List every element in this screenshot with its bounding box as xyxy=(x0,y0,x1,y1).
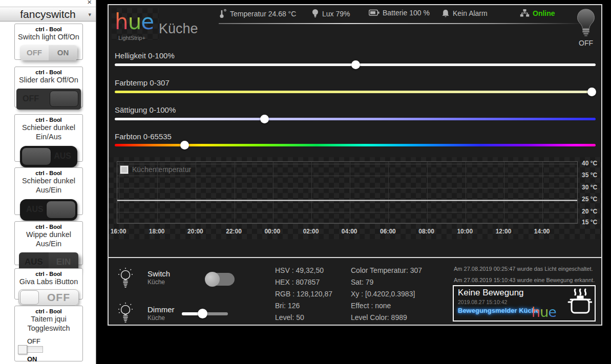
hue-logo-letter: e xyxy=(548,304,556,320)
status-label: Batterie 100 % xyxy=(383,9,430,17)
saturation-slider[interactable] xyxy=(115,118,596,120)
slider-handle[interactable] xyxy=(351,60,360,69)
status-alarm: Kein Alarm xyxy=(441,9,488,18)
widget-title: Switch light Off/On xyxy=(15,32,82,41)
toggle-slider[interactable] xyxy=(19,346,43,353)
x-axis-tick: 08:00 xyxy=(415,228,438,235)
value-bri: Bri: 126 xyxy=(275,302,332,310)
value-readout-right: Color Temperatur: 307 Sat: 79 Xy : [0.42… xyxy=(351,267,422,326)
switch-knob[interactable] xyxy=(50,91,78,107)
slider-label-hue: Farbton 0-65535 xyxy=(115,132,172,141)
hue-slider[interactable] xyxy=(115,144,596,146)
dark-slider-switch[interactable]: OFF xyxy=(16,89,81,110)
main-panel: hue LightStrip+ Küche Temperatur 24.68 °… xyxy=(108,4,602,326)
chart-plot: Küchentemperatur xyxy=(117,161,578,224)
y-axis-tick: 20 °C xyxy=(582,208,597,215)
value-hsv: HSV : 49,32,50 xyxy=(275,267,332,274)
control-switch-room: Küche xyxy=(148,279,165,286)
hue-logo-letter: e xyxy=(141,9,154,34)
motion-sensor-panel: Keine Bewegung 2019.08.27 15:10:42 Beweg… xyxy=(453,285,596,322)
widget-schieber-ein-aus: ctrl - Bool Schieber dunkel Ein/Aus AUS xyxy=(14,114,83,162)
power-bulb-icon[interactable] xyxy=(575,8,597,38)
widget-schieber-aus-ein: ctrl - Bool Schieber dunkel Aus/Ein AUS xyxy=(14,167,83,215)
header-divider xyxy=(219,23,584,24)
temperature-line xyxy=(117,162,577,223)
dimmer-slider[interactable] xyxy=(182,312,228,315)
log-entry: Am 27.08.2019 15:10:43 wurde eine Bewegu… xyxy=(454,277,595,283)
x-axis-tick: 12:00 xyxy=(492,228,515,235)
widget-title: Taitem jqui Toggleswitch xyxy=(15,314,82,333)
value-sat: Sat: 79 xyxy=(351,279,422,286)
widget-title: Slider dark Off/On xyxy=(15,75,82,84)
rocker-switch[interactable]: OFF ON xyxy=(20,45,77,60)
widget-wippe: ctrl - Bool Wippe dunkel Aus/Ein AUS EIN xyxy=(14,221,83,265)
hue-logo-letter: h xyxy=(532,304,540,320)
widget-type-label: ctrl - Bool xyxy=(15,69,82,75)
status-label: Temperatur 24.68 °C xyxy=(230,10,296,18)
brightness-slider[interactable] xyxy=(115,63,596,66)
dimmer-handle[interactable] xyxy=(198,309,207,318)
toggle-on-label: ON xyxy=(27,355,82,363)
widget-type-label: ctrl - Bool xyxy=(15,26,82,32)
slider-handle[interactable] xyxy=(180,141,189,149)
control-dimmer-room: Küche xyxy=(148,314,165,322)
value-rgb: RGB : 128,120,87 xyxy=(275,290,332,298)
widget-title: Giva Labs iButton xyxy=(15,277,82,286)
switch-knob[interactable] xyxy=(20,290,39,305)
hue-logo-letter: u xyxy=(540,304,548,320)
switch-aus-label: AUS xyxy=(26,205,44,214)
switch-knob[interactable] xyxy=(46,201,76,219)
status-label: Online xyxy=(533,9,555,17)
kitchen-switch-toggle[interactable] xyxy=(206,273,235,286)
toggle-handle[interactable] xyxy=(18,345,27,354)
ibutton-switch[interactable]: OFF xyxy=(18,289,79,306)
sidebar-header-dropdown[interactable]: fancyswitch ▾ xyxy=(0,7,96,22)
schieber-switch[interactable]: AUS xyxy=(20,146,77,167)
x-axis-tick: 22:00 xyxy=(223,228,245,235)
rocker-off-label[interactable]: OFF xyxy=(20,45,49,60)
status-battery: Batterie 100 % xyxy=(369,9,430,17)
x-axis-tick: 16:00 xyxy=(107,228,130,235)
widget-type-label: ctrl - Bool xyxy=(15,170,82,176)
hue-logo-letter: u xyxy=(128,9,141,34)
network-icon xyxy=(520,9,530,17)
log-entry: Am 27.08.2019 00:25:47 wurde das Licht e… xyxy=(454,266,593,272)
bulb-outline-icon xyxy=(118,267,133,290)
slider-label-saturation: Sättigung 0-100% xyxy=(115,105,176,114)
status-temperature: Temperatur 24.68 °C xyxy=(218,9,296,18)
widget-type-label: ctrl - Bool xyxy=(15,117,82,123)
widget-type-label: ctrl - Bool xyxy=(15,308,82,314)
toggle-knob[interactable] xyxy=(205,272,220,287)
bell-icon xyxy=(441,9,450,18)
y-axis-tick: 40 °C xyxy=(582,160,597,167)
widget-title: Schieber dunkel Ein/Aus xyxy=(15,123,82,141)
value-effect: Effect : none xyxy=(351,302,422,310)
x-axis-tick: 04:00 xyxy=(338,228,361,235)
widget-type-label: ctrl - Bool xyxy=(15,271,82,277)
close-icon[interactable]: × xyxy=(87,0,92,6)
page-title: Küche xyxy=(159,21,198,37)
switch-knob[interactable] xyxy=(22,147,51,165)
hue-logo-small: hue xyxy=(532,305,556,319)
hue-logo: hue xyxy=(115,11,154,33)
widget-type-label: ctrl - Bool xyxy=(15,224,82,230)
slider-handle[interactable] xyxy=(587,88,596,96)
y-axis-tick: 35 °C xyxy=(582,172,597,179)
power-state-label: OFF xyxy=(575,39,597,47)
value-xy: Xy : [0.4202,0.3983] xyxy=(351,290,422,298)
schieber-switch[interactable]: AUS xyxy=(20,199,77,221)
y-axis-tick: 30 °C xyxy=(582,184,597,191)
thermometer-icon xyxy=(218,9,227,18)
device-model: LightStrip+ xyxy=(118,35,145,41)
cooking-pot-icon xyxy=(558,288,592,318)
status-network: Online xyxy=(520,9,555,17)
slider-handle[interactable] xyxy=(260,115,269,123)
value-hex: HEX : 807857 xyxy=(275,279,332,286)
rocker-on-label[interactable]: ON xyxy=(49,45,77,60)
slider-label-brightness: Helligkeit 0-100% xyxy=(115,51,175,60)
x-axis-tick: 00:00 xyxy=(261,228,284,235)
widget-slider-dark: ctrl - Bool Slider dark Off/On OFF xyxy=(14,67,83,108)
widget-title: Schieber dunkel Aus/Ein xyxy=(15,176,82,195)
colortemp-slider[interactable] xyxy=(115,91,596,93)
x-axis-tick: 18:00 xyxy=(145,228,168,235)
